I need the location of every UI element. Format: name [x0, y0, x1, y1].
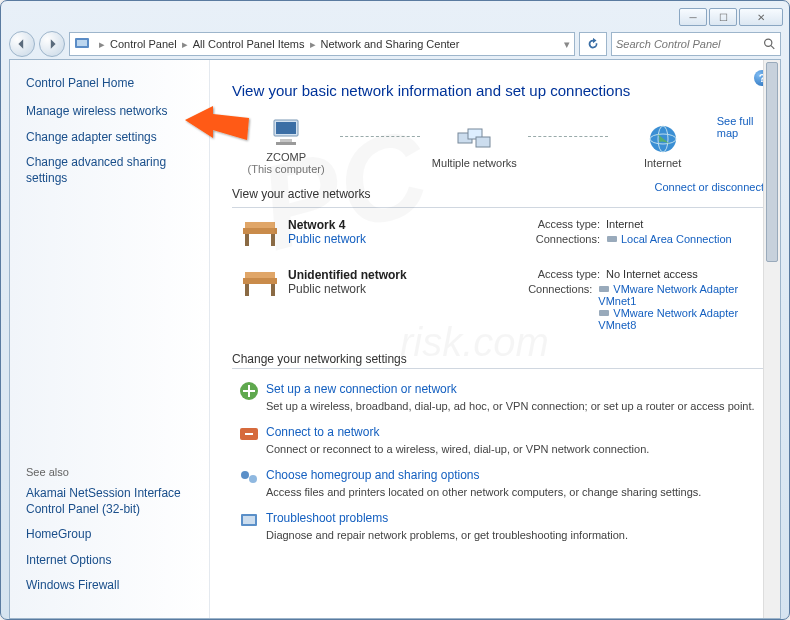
- minimize-button[interactable]: ─: [679, 8, 707, 26]
- access-type-label: Access type:: [508, 218, 600, 230]
- adapter-icon: [598, 283, 610, 295]
- connection-line: [340, 136, 420, 137]
- network-row: Unidentified network Public network Acce…: [232, 268, 764, 334]
- chevron-right-icon[interactable]: ▸: [182, 38, 188, 51]
- setting-connect-network: Connect to a networkConnect or reconnect…: [232, 422, 764, 455]
- svg-rect-23: [599, 286, 609, 292]
- connections-label: Connections:: [508, 283, 592, 295]
- dropdown-icon[interactable]: ▾: [564, 38, 570, 51]
- address-bar: ▸ Control Panel ▸ All Control Panel Item…: [9, 29, 781, 59]
- network-row: Network 4 Public network Access type:Int…: [232, 218, 764, 250]
- setting-link[interactable]: Set up a new connection or network: [266, 382, 457, 396]
- scrollbar-thumb[interactable]: [766, 62, 778, 262]
- sidebar-manage-wireless[interactable]: Manage wireless networks: [26, 104, 193, 120]
- breadcrumb-control-panel[interactable]: Control Panel: [110, 38, 177, 50]
- search-box[interactable]: [611, 32, 781, 56]
- active-networks-header: View your active networks Connect or dis…: [232, 181, 764, 208]
- connection-link[interactable]: Local Area Connection: [621, 233, 732, 245]
- svg-rect-20: [245, 272, 275, 278]
- maximize-button[interactable]: ☐: [709, 8, 737, 26]
- troubleshoot-icon: [232, 508, 266, 541]
- multiple-networks-icon: [420, 121, 528, 157]
- search-input[interactable]: [616, 38, 763, 50]
- chevron-right-icon[interactable]: ▸: [310, 38, 316, 51]
- node-multiple: Multiple networks: [420, 121, 528, 169]
- globe-icon: [608, 121, 716, 157]
- svg-rect-24: [599, 310, 609, 316]
- setting-setup-connection: Set up a new connection or networkSet up…: [232, 379, 764, 412]
- titlebar: ─ ☐ ✕: [1, 1, 789, 29]
- access-type-value: No Internet access: [606, 268, 698, 280]
- svg-rect-15: [245, 222, 275, 228]
- close-button[interactable]: ✕: [739, 8, 783, 26]
- connection-link[interactable]: VMware Network Adapter VMnet8: [598, 307, 738, 331]
- svg-rect-1: [77, 40, 87, 46]
- change-settings-label: Change your networking settings: [232, 352, 764, 369]
- control-panel-icon: [74, 35, 90, 53]
- svg-rect-18: [607, 236, 617, 242]
- control-panel-home-link[interactable]: Control Panel Home: [26, 76, 193, 90]
- setting-link[interactable]: Connect to a network: [266, 425, 379, 439]
- chevron-right-icon[interactable]: ▸: [99, 38, 105, 51]
- svg-rect-16: [245, 234, 249, 246]
- svg-rect-14: [243, 228, 277, 234]
- svg-point-2: [765, 39, 772, 46]
- svg-rect-10: [476, 137, 490, 147]
- connect-disconnect-link[interactable]: Connect or disconnect: [655, 181, 764, 205]
- node-computer-sub: (This computer): [232, 163, 340, 175]
- homegroup-icon: [232, 465, 266, 498]
- see-also-akamai[interactable]: Akamai NetSession Interface Control Pane…: [26, 486, 193, 517]
- sidebar-change-advanced-sharing[interactable]: Change advanced sharing settings: [26, 155, 193, 186]
- see-also-internet-options[interactable]: Internet Options: [26, 553, 193, 569]
- node-multiple-label: Multiple networks: [420, 157, 528, 169]
- back-button[interactable]: [9, 31, 35, 57]
- window-body: Control Panel Home Manage wireless netwo…: [9, 59, 781, 619]
- node-computer: ZCOMP (This computer): [232, 115, 340, 175]
- forward-button[interactable]: [39, 31, 65, 57]
- svg-point-28: [249, 475, 257, 483]
- svg-rect-30: [243, 516, 255, 524]
- bench-icon: [232, 268, 288, 334]
- svg-rect-21: [245, 284, 249, 296]
- setting-troubleshoot: Troubleshoot problemsDiagnose and repair…: [232, 508, 764, 541]
- connection-link[interactable]: VMware Network Adapter VMnet1: [598, 283, 738, 307]
- svg-rect-5: [276, 122, 296, 134]
- see-also-windows-firewall[interactable]: Windows Firewall: [26, 578, 193, 594]
- setting-link[interactable]: Troubleshoot problems: [266, 511, 388, 525]
- sidebar: Control Panel Home Manage wireless netwo…: [10, 60, 210, 618]
- setting-desc: Access files and printers located on oth…: [266, 486, 701, 498]
- breadcrumb-network-sharing[interactable]: Network and Sharing Center: [321, 38, 460, 50]
- svg-point-27: [241, 471, 249, 479]
- see-full-map-link[interactable]: See full map: [717, 115, 764, 139]
- refresh-button[interactable]: [579, 32, 607, 56]
- access-type-label: Access type:: [508, 268, 600, 280]
- content-area: ? View your basic network information an…: [210, 60, 780, 618]
- svg-rect-17: [271, 234, 275, 246]
- access-type-value: Internet: [606, 218, 643, 230]
- search-icon: [763, 37, 776, 51]
- see-also-homegroup[interactable]: HomeGroup: [26, 527, 193, 543]
- svg-rect-7: [276, 142, 296, 145]
- active-networks-label: View your active networks: [232, 187, 371, 201]
- node-computer-label: ZCOMP: [232, 151, 340, 163]
- setting-link[interactable]: Choose homegroup and sharing options: [266, 468, 479, 482]
- connection-line: [528, 136, 608, 137]
- breadcrumb-bar[interactable]: ▸ Control Panel ▸ All Control Panel Item…: [69, 32, 575, 56]
- setting-desc: Connect or reconnect to a wireless, wire…: [266, 443, 649, 455]
- svg-rect-6: [280, 139, 292, 142]
- adapter-icon: [606, 233, 618, 245]
- connections-label: Connections:: [508, 233, 600, 245]
- adapter-icon: [598, 307, 610, 319]
- breadcrumb-all-items[interactable]: All Control Panel Items: [193, 38, 305, 50]
- node-internet-label: Internet: [608, 157, 716, 169]
- scrollbar[interactable]: [763, 60, 780, 618]
- network-type: Public network: [288, 282, 508, 296]
- network-type-link[interactable]: Public network: [288, 232, 508, 246]
- see-also-label: See also: [26, 466, 193, 478]
- setting-desc: Diagnose and repair network problems, or…: [266, 529, 628, 541]
- network-map: ZCOMP (This computer) Multiple networks …: [232, 115, 764, 175]
- computer-icon: [232, 115, 340, 151]
- bench-icon: [232, 218, 288, 250]
- setting-homegroup: Choose homegroup and sharing optionsAcce…: [232, 465, 764, 498]
- sidebar-change-adapter[interactable]: Change adapter settings: [26, 130, 193, 146]
